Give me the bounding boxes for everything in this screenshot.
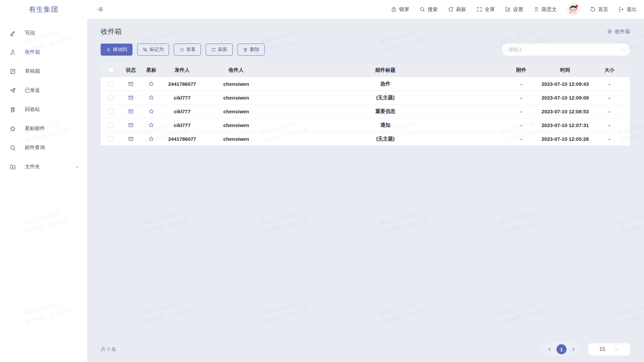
unread-envelope-icon	[128, 95, 134, 101]
sidebar-item-inbox[interactable]: 收件箱	[0, 43, 87, 62]
row-checkbox[interactable]	[108, 109, 113, 114]
mail-recipient: chensiwen	[203, 109, 270, 114]
star-toggle-icon[interactable]	[148, 95, 154, 101]
prev-page-icon[interactable]	[547, 347, 552, 352]
folder-plus-icon	[9, 164, 16, 170]
mail-row[interactable]: 2441786077 chensiwen (无主题) - 2023-07-10 …	[101, 132, 630, 146]
refresh-icon	[448, 6, 454, 12]
breadcrumb-label: 收件箱	[615, 28, 630, 35]
main-content: 收件箱 收件箱 移动到 标记为 查看 刷新 删除	[87, 19, 644, 362]
mail-recipient: chensiwen	[203, 81, 270, 87]
mail-attachment: -	[501, 122, 541, 128]
row-checkbox[interactable]	[108, 81, 113, 86]
topbar: 锁屏 搜索 刷新 全屏 设置 陈思文	[0, 0, 644, 19]
sidebar-item-starred[interactable]: 星标邮件	[0, 119, 87, 138]
sidebar-item-trash[interactable]: 回收站	[0, 100, 87, 119]
collapse-menu-icon[interactable]	[97, 6, 103, 13]
star-toggle-icon[interactable]	[148, 108, 154, 114]
mail-attachment: -	[501, 136, 541, 142]
action-label: 退出	[627, 6, 637, 13]
column-header-status: 状态	[121, 67, 141, 73]
action-label: 陈思文	[542, 6, 557, 13]
user-avatar[interactable]	[567, 3, 580, 16]
sidebar-item-label: 收件箱	[25, 49, 40, 55]
topbar-actions: 锁屏 搜索 刷新 全屏 设置 陈思文	[391, 3, 637, 16]
mail-size: -	[589, 109, 630, 114]
mark-as-button[interactable]: 标记为	[137, 44, 169, 56]
lock-screen-button[interactable]: 锁屏	[391, 6, 409, 13]
star-toggle-icon[interactable]	[148, 136, 154, 142]
column-header-recipient: 收件人	[203, 67, 270, 73]
breadcrumb: 收件箱	[607, 28, 630, 35]
mail-time: 2023-07-10 12:09:43	[541, 81, 589, 87]
compose-icon	[9, 30, 16, 37]
mail-recipient: chensiwen	[203, 136, 270, 142]
pagination: 1 15	[542, 343, 630, 356]
refresh-icon	[211, 47, 216, 52]
mail-row[interactable]: cikl777 chensiwen (无主题) - 2023-07-10 12:…	[101, 91, 630, 105]
mail-size: -	[589, 95, 630, 101]
logout-button[interactable]: 退出	[618, 6, 637, 13]
chevron-down-icon	[614, 347, 619, 352]
unread-envelope-icon	[128, 136, 134, 142]
delete-button[interactable]: 删除	[237, 44, 265, 56]
current-user-button[interactable]: 陈思文	[533, 6, 557, 13]
unread-envelope-icon	[128, 81, 134, 87]
refresh-button[interactable]: 刷新	[448, 6, 466, 13]
star-toggle-icon[interactable]	[148, 122, 154, 128]
settings-icon	[505, 6, 511, 12]
fullscreen-button[interactable]: 全屏	[476, 6, 495, 13]
page-title: 收件箱	[101, 27, 122, 36]
sidebar-item-folders[interactable]: 文件夹	[0, 157, 87, 176]
column-header-attachment: 附件	[501, 67, 541, 73]
row-checkbox[interactable]	[108, 122, 113, 128]
mail-row[interactable]: cikl777 chensiwen 重要信息 - 2023-07-10 12:0…	[101, 105, 630, 118]
sidebar-item-drafts[interactable]: 草稿箱	[0, 62, 87, 81]
mail-row[interactable]: 2441786077 chensiwen 急件 - 2023-07-10 12:…	[101, 77, 630, 91]
settings-button[interactable]: 设置	[505, 6, 523, 13]
page-size-select[interactable]: 15	[588, 343, 630, 356]
view-list-icon	[179, 47, 184, 52]
row-checkbox[interactable]	[108, 95, 113, 100]
chevron-down-icon[interactable]	[74, 164, 80, 170]
table-header-row: 状态 星标 发件人 收件人 邮件标题 附件 时间 大小	[101, 63, 630, 77]
filter-search-input[interactable]	[502, 44, 630, 56]
logout-icon	[618, 6, 624, 12]
mail-time: 2023-07-10 12:05:28	[541, 136, 589, 142]
unread-envelope-icon	[128, 108, 134, 114]
star-toggle-icon[interactable]	[148, 81, 154, 87]
view-button[interactable]: 查看	[174, 44, 201, 56]
button-label: 标记为	[150, 47, 164, 53]
action-label: 锁屏	[399, 6, 409, 13]
refresh-list-button[interactable]: 刷新	[206, 44, 233, 56]
search-icon	[9, 144, 16, 151]
sidebar: 有生集团 写信 收件箱 草稿箱 已发送	[0, 0, 87, 362]
list-footer: 共 5 条 1 15	[101, 341, 630, 358]
column-header-sender: 发件人	[162, 67, 203, 73]
mark-as-icon	[143, 47, 148, 52]
button-label: 删除	[250, 47, 259, 53]
home-button[interactable]: 首页	[590, 6, 608, 13]
column-header-size: 大小	[589, 67, 630, 73]
button-label: 查看	[186, 47, 196, 53]
trash-icon	[9, 106, 16, 113]
action-label: 刷新	[456, 6, 466, 13]
next-page-icon[interactable]	[571, 347, 576, 352]
sidebar-item-sent[interactable]: 已发送	[0, 81, 87, 100]
sidebar-item-mail-search[interactable]: 邮件查询	[0, 138, 87, 157]
mail-row[interactable]: cikl777 chensiwen 通知 - 2023-07-10 12:07:…	[101, 118, 630, 132]
unread-envelope-icon	[128, 122, 134, 128]
star-icon	[9, 125, 16, 132]
select-all-checkbox[interactable]	[108, 67, 113, 73]
sidebar-item-label: 草稿箱	[25, 68, 40, 74]
mail-sender: 2441786077	[162, 136, 203, 142]
sent-icon	[9, 87, 16, 94]
row-checkbox[interactable]	[108, 136, 113, 141]
current-page-button[interactable]: 1	[556, 344, 567, 354]
sidebar-item-compose[interactable]: 写信	[0, 23, 87, 43]
button-label: 移动到	[113, 47, 127, 53]
search-button[interactable]: 搜索	[419, 6, 438, 13]
page-size-value: 15	[599, 346, 605, 352]
mail-recipient: chensiwen	[203, 122, 270, 128]
move-to-button[interactable]: 移动到	[101, 44, 132, 56]
